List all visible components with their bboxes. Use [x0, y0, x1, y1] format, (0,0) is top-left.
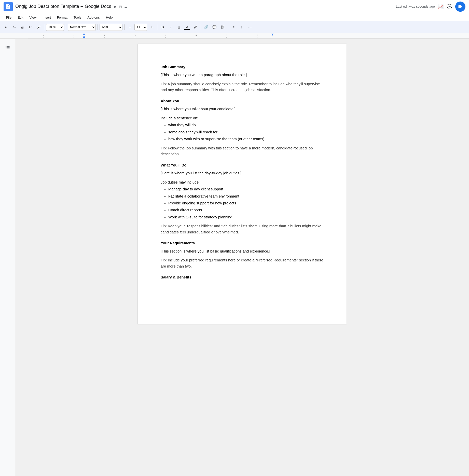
- document-area[interactable]: Job Summary [This is where you write a p…: [15, 39, 469, 476]
- outline-icon[interactable]: [4, 44, 11, 51]
- heading-salary: Salary & Benefits: [161, 274, 324, 280]
- para-duties-include: Job duties may include:: [161, 179, 324, 185]
- tip-about-you: Tip: Follow the job summary with this se…: [161, 145, 324, 157]
- last-edit-text: Last edit was seconds ago: [396, 5, 435, 8]
- svg-text:1: 1: [43, 34, 44, 37]
- comment-icon[interactable]: 💬: [447, 4, 452, 9]
- more-button[interactable]: ⋯: [246, 24, 253, 31]
- section-about-you: About You [This is where you talk about …: [161, 98, 324, 157]
- heading-about-you: About You: [161, 98, 324, 104]
- trending-icon[interactable]: 📈: [438, 4, 444, 9]
- zoom-select[interactable]: 100% 75% 125%: [46, 24, 64, 31]
- heading-requirements: Your Requirements: [161, 240, 324, 246]
- bullet-client-support: Manage day to day client support: [168, 186, 324, 192]
- separator-7: [228, 24, 228, 30]
- svg-text:7: 7: [256, 34, 258, 37]
- tip-requirements: Tip: Include your preferred requirements…: [161, 257, 324, 269]
- menu-view[interactable]: View: [27, 15, 39, 20]
- cloud-icon[interactable]: ☁: [124, 5, 128, 9]
- linespace-button[interactable]: ↕: [238, 24, 245, 31]
- separator-1: [44, 24, 44, 30]
- section-requirements: Your Requirements [This section is where…: [161, 240, 324, 269]
- svg-text:3: 3: [134, 34, 135, 37]
- link-button[interactable]: 🔗: [203, 24, 210, 31]
- italic-button[interactable]: I: [167, 24, 174, 31]
- job-duties-bullets: Manage day to day client support Facilit…: [168, 186, 324, 220]
- bullet-team-env: Facilitate a collaborative team environm…: [168, 193, 324, 199]
- menu-bar: File Edit View Insert Format Tools Add-o…: [0, 13, 469, 21]
- para-job-summary-placeholder[interactable]: [This is where you write a paragraph abo…: [161, 72, 324, 78]
- bullet-team: how they work with or supervise the team…: [168, 136, 324, 142]
- font-size-select[interactable]: 11 10 12 14: [134, 24, 147, 31]
- image-button[interactable]: 🖼: [219, 24, 226, 31]
- paintformat-button[interactable]: 🖌: [35, 24, 42, 31]
- separator-2: [66, 24, 66, 30]
- separator-6: [201, 24, 201, 30]
- bullet-coach-reports: Coach direct reports: [168, 207, 324, 213]
- section-job-summary: Job Summary [This is where you write a p…: [161, 64, 324, 93]
- svg-text:1: 1: [73, 34, 74, 37]
- svg-text:2: 2: [104, 34, 105, 37]
- spellcheck-button[interactable]: T✓: [27, 24, 34, 31]
- svg-marker-18: [83, 36, 85, 38]
- para-job-duties-placeholder[interactable]: [Here is where you list the day-to-day j…: [161, 170, 324, 176]
- svg-marker-17: [83, 34, 85, 36]
- font-size-decrease[interactable]: −: [126, 24, 133, 31]
- para-requirements-placeholder[interactable]: [This section is where you list basic qu…: [161, 248, 324, 254]
- menu-file[interactable]: File: [4, 15, 14, 20]
- style-select[interactable]: Normal text Heading 1 Heading 2: [68, 24, 96, 31]
- menu-edit[interactable]: Edit: [15, 15, 26, 20]
- heading-job-summary: Job Summary: [161, 64, 324, 70]
- section-what-youll-do: What You'll Do [Here is where you list t…: [161, 162, 324, 235]
- doc-title[interactable]: Ongig Job Descripton Template -- Google …: [15, 4, 111, 9]
- bullet-new-projects: Provide ongoing support for new projects: [168, 200, 324, 206]
- bullet-csuite: Work with C-suite for strategy planning: [168, 214, 324, 220]
- svg-text:5: 5: [195, 34, 197, 37]
- align-button[interactable]: ≡: [230, 24, 237, 31]
- bullet-goals: some goals they will reach for: [168, 129, 324, 135]
- menu-insert[interactable]: Insert: [40, 15, 53, 20]
- menu-tools[interactable]: Tools: [71, 15, 84, 20]
- undo-button[interactable]: ↩: [3, 24, 10, 31]
- tip-job-summary: Tip: A job summary should concisely expl…: [161, 81, 324, 93]
- ruler: 1 1 2 3 4 5 6 7: [0, 33, 469, 39]
- heading-what-youll-do: What You'll Do: [161, 162, 324, 168]
- bullet-what-they-do: what they will do: [168, 122, 324, 128]
- svg-text:4: 4: [165, 34, 166, 37]
- menu-format[interactable]: Format: [54, 15, 70, 20]
- toolbar: ↩ ↪ 🖨 T✓ 🖌 100% 75% 125% Normal text Hea…: [0, 21, 469, 33]
- meet-button[interactable]: [455, 2, 465, 12]
- svg-marker-19: [271, 34, 274, 36]
- title-section: Ongig Job Descripton Template -- Google …: [15, 4, 393, 9]
- para-include-sentence: Include a sentence on:: [161, 115, 324, 121]
- bookmark-icon[interactable]: ⊡: [119, 5, 122, 9]
- title-right: Last edit was seconds ago 📈 💬: [396, 2, 465, 12]
- main-area: Job Summary [This is where you write a p…: [0, 39, 469, 476]
- document-page: Job Summary [This is where you write a p…: [138, 44, 347, 324]
- bold-button[interactable]: B: [159, 24, 166, 31]
- redo-button[interactable]: ↪: [11, 24, 18, 31]
- text-color-button[interactable]: A: [184, 24, 191, 31]
- separator-4: [124, 24, 125, 30]
- google-docs-icon: [4, 2, 13, 11]
- about-you-bullets: what they will do some goals they will r…: [168, 122, 324, 142]
- menu-addons[interactable]: Add-ons: [85, 15, 102, 20]
- print-button[interactable]: 🖨: [19, 24, 26, 31]
- highlight-button[interactable]: 🖍: [192, 24, 199, 31]
- svg-text:6: 6: [226, 34, 227, 37]
- ruler-content: 1 1 2 3 4 5 6 7: [28, 33, 469, 38]
- document-content[interactable]: Job Summary [This is where you write a p…: [161, 64, 324, 281]
- title-bar: Ongig Job Descripton Template -- Google …: [0, 0, 469, 13]
- comment-button[interactable]: 💬: [211, 24, 218, 31]
- underline-button[interactable]: U: [175, 24, 183, 31]
- star-icon[interactable]: ★: [113, 4, 117, 9]
- tip-what-youll-do: Tip: Keep your "responsibilities" and "j…: [161, 223, 324, 235]
- para-about-you-placeholder[interactable]: [This is where you talk about your candi…: [161, 106, 324, 112]
- separator-3: [98, 24, 98, 30]
- font-size-increase[interactable]: +: [148, 24, 155, 31]
- left-panel: [0, 39, 15, 476]
- separator-5: [157, 24, 157, 30]
- menu-help[interactable]: Help: [103, 15, 115, 20]
- font-select[interactable]: Arial Times New Roman: [100, 24, 122, 31]
- section-salary: Salary & Benefits: [161, 274, 324, 280]
